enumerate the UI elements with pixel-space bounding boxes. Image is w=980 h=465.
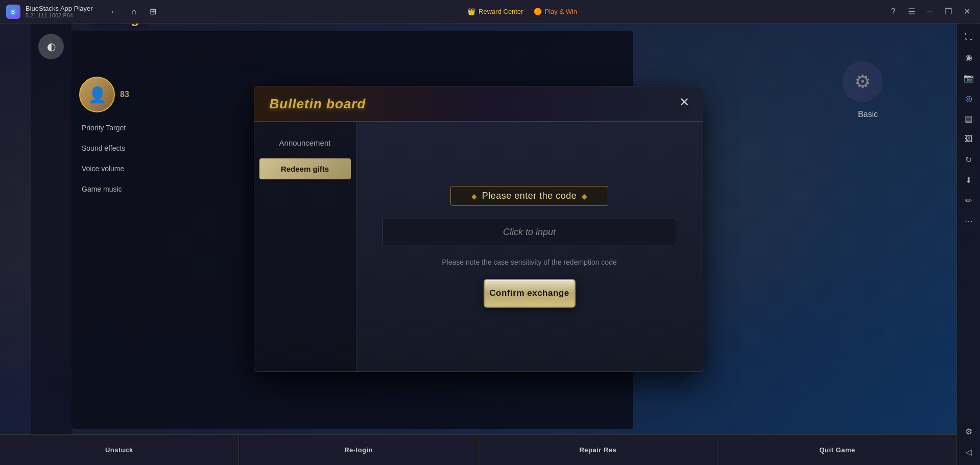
download-icon[interactable]: ⬇ [960,171,978,189]
restore-button[interactable]: ❐ [941,5,955,19]
right-sidebar: ⛶ ◉ 📷 ◎ ▤ 🖼 ↻ ⬇ ✏ ⋯ ⚙ ◁ [957,24,980,465]
reward-center-button[interactable]: 👑 Reward Center [467,8,523,15]
title-bar: B BlueStacks App Player 5.21.111.1002 P6… [0,0,980,24]
bottom-bar: Unstuck Re-login Repair Res Quit Game [0,434,957,465]
bulletin-modal: Bulletin board ✕ Announcement Redeem gif… [254,86,703,372]
coin-icon: 🟠 [534,8,542,15]
diamond-right-icon: ◆ [582,192,587,200]
re-login-button[interactable]: Re-login [240,435,479,465]
confirm-exchange-button[interactable]: Confirm exchange [484,279,576,308]
code-input-wrapper [382,219,677,245]
back-button[interactable]: ← [108,5,121,18]
bookmark-button[interactable]: ⊞ [148,5,158,18]
unstuck-button[interactable]: Unstuck [0,435,239,465]
close-window-button[interactable]: ✕ [960,5,974,19]
app-version: 5.21.111.1002 P64 [26,12,93,18]
play-win-button[interactable]: 🟠 Play & Win [534,8,578,15]
image-icon[interactable]: 🖼 [960,130,978,148]
settings-sidebar-icon[interactable]: ⚙ [960,422,978,440]
bulletin-content: ◆ Please enter the code ◆ Please note th… [356,122,703,371]
help-button[interactable]: ? [886,5,900,19]
bulletin-title: Bulletin board [270,96,366,112]
record-icon[interactable]: ◉ [960,48,978,66]
code-header: ◆ Please enter the code ◆ [450,186,609,206]
crown-icon: 👑 [467,8,475,15]
note-text: Please note the case sensitivity of the … [442,258,616,266]
diamond-left-icon: ◆ [471,192,477,200]
repair-res-button[interactable]: Repair Res [479,435,718,465]
code-input-field[interactable] [383,219,677,245]
home-button[interactable]: ⌂ [130,5,139,18]
minimize-button[interactable]: ─ [923,5,937,19]
fullscreen-icon[interactable]: ⛶ [960,28,978,46]
tab-redeem-gifts[interactable]: Redeem gifts [259,158,351,179]
app-logo: B [6,5,20,19]
tab-announcement[interactable]: Announcement [259,132,351,153]
bulletin-close-button[interactable]: ✕ [676,94,692,110]
svg-text:B: B [11,9,15,15]
arrow-collapse-icon[interactable]: ◁ [960,443,978,461]
brush-icon[interactable]: ✏ [960,191,978,210]
code-header-text: Please enter the code [482,191,577,201]
menu-button[interactable]: ☰ [904,5,919,19]
bulletin-body: Announcement Redeem gifts ◆ Please enter… [254,122,703,371]
code-input-container[interactable] [382,219,677,245]
rotate-icon[interactable]: ↻ [960,150,978,169]
quit-game-button[interactable]: Quit Game [718,435,957,465]
bulletin-header: Bulletin board ✕ [254,86,703,122]
modal-overlay: Bulletin board ✕ Announcement Redeem gif… [0,24,957,434]
app-title: BlueStacks App Player [26,5,93,12]
bulletin-tabs: Announcement Redeem gifts [254,122,356,371]
layers-icon[interactable]: ▤ [960,109,978,128]
location-icon[interactable]: ◎ [960,89,978,107]
more-icon[interactable]: ⋯ [960,212,978,230]
screenshot-icon[interactable]: 📷 [960,68,978,87]
